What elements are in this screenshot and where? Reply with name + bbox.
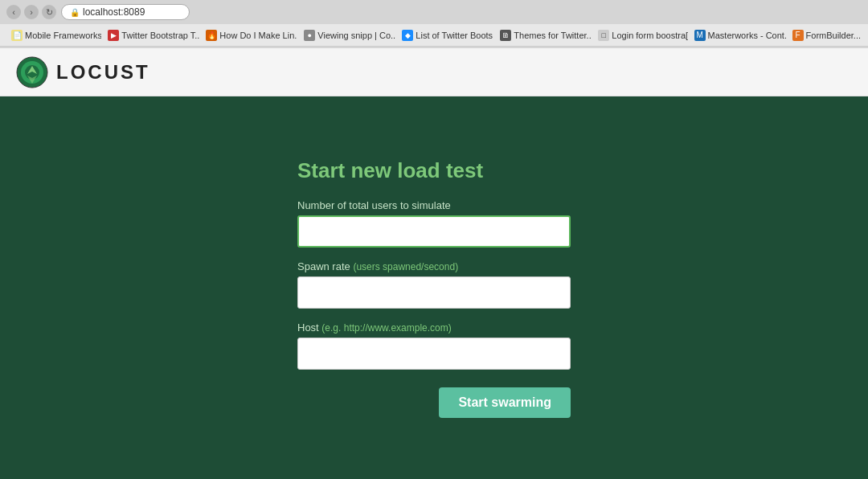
spawn-input[interactable] [297,276,571,309]
reload-button[interactable]: ↻ [42,5,56,19]
forward-button[interactable]: › [24,5,39,19]
bookmark-list-twitter[interactable]: ◆ List of Twitter Boots... [397,28,493,43]
spawn-hint: (users spawned/second) [353,261,458,272]
host-input[interactable] [297,338,571,370]
bookmark-favicon-4: ● [304,30,315,41]
app-header: LOCUST [0,48,868,96]
bookmark-label-3: How Do I Make Lin... [219,31,297,40]
address-text: localhost:8089 [83,6,145,18]
bookmark-masterworks[interactable]: M Masterworks - Cont... [690,28,786,43]
bookmark-label-5: List of Twitter Boots... [416,31,493,40]
bookmark-favicon-9: F [792,30,804,41]
bookmarks-bar: 📄 Mobile Frameworks ▶ Twitter Bootstrap … [0,24,868,47]
logo-container: LOCUST [16,56,150,88]
main-content: Start new load test Number of total user… [0,96,868,479]
bookmark-mobile-frameworks[interactable]: 📄 Mobile Frameworks [6,28,101,43]
bookmark-label-4: Viewing snipp | Co... [317,31,395,40]
host-label: Host (e.g. http://www.example.com) [297,321,571,334]
users-input[interactable] [297,215,571,248]
bookmark-label-2: Twitter Bootstrap T... [121,31,199,40]
bookmark-twitter-bootstrap[interactable]: ▶ Twitter Bootstrap T... [103,28,199,43]
logo-text: LOCUST [56,61,150,84]
users-field-group: Number of total users to simulate [297,199,571,248]
form-title: Start new load test [297,158,571,183]
bookmark-label-6: Themes for Twitter... [514,31,592,40]
bookmark-formbuilder[interactable]: F FormBuilder... [788,28,862,43]
bookmark-favicon-1: 📄 [11,30,23,41]
bookmark-login-form[interactable]: □ Login form boostra[ [593,28,687,43]
bookmark-themes-twitter[interactable]: 🗎 Themes for Twitter... [495,28,592,43]
bookmark-label-1: Mobile Frameworks [25,31,101,40]
locust-logo-icon [16,56,48,88]
bookmark-favicon-8: M [694,30,706,41]
bookmark-label-9: FormBuilder... [806,31,861,40]
spawn-field-group: Spawn rate (users spawned/second) [297,260,571,309]
lock-icon: 🔒 [70,8,80,17]
host-hint: (e.g. http://www.example.com) [321,322,451,334]
spawn-label: Spawn rate (users spawned/second) [297,260,571,272]
bookmark-favicon-6: 🗎 [500,30,511,41]
bookmark-favicon-7: □ [598,30,609,41]
bookmark-favicon-5: ◆ [402,30,413,41]
bookmark-label-7: Login form boostra[ [612,31,687,40]
browser-chrome: ‹ › ↻ 🔒 localhost:8089 📄 Mobile Framewor… [0,0,868,48]
bookmark-how-do-i[interactable]: 🔥 How Do I Make Lin... [201,28,297,43]
load-test-form: Start new load test Number of total user… [297,158,571,418]
back-button[interactable]: ‹ [6,5,21,19]
bookmark-label-8: Masterworks - Cont... [708,31,786,40]
browser-toolbar: ‹ › ↻ 🔒 localhost:8089 [0,0,868,24]
address-bar[interactable]: 🔒 localhost:8089 [61,4,190,20]
users-label: Number of total users to simulate [297,199,571,211]
bookmark-viewing-snipp[interactable]: ● Viewing snipp | Co... [299,28,395,43]
host-field-group: Host (e.g. http://www.example.com) [297,321,571,370]
start-swarming-button[interactable]: Start swarming [439,387,571,418]
browser-controls: ‹ › ↻ [6,5,56,19]
bookmark-favicon-3: 🔥 [206,30,217,41]
bookmark-favicon-2: ▶ [108,30,119,41]
